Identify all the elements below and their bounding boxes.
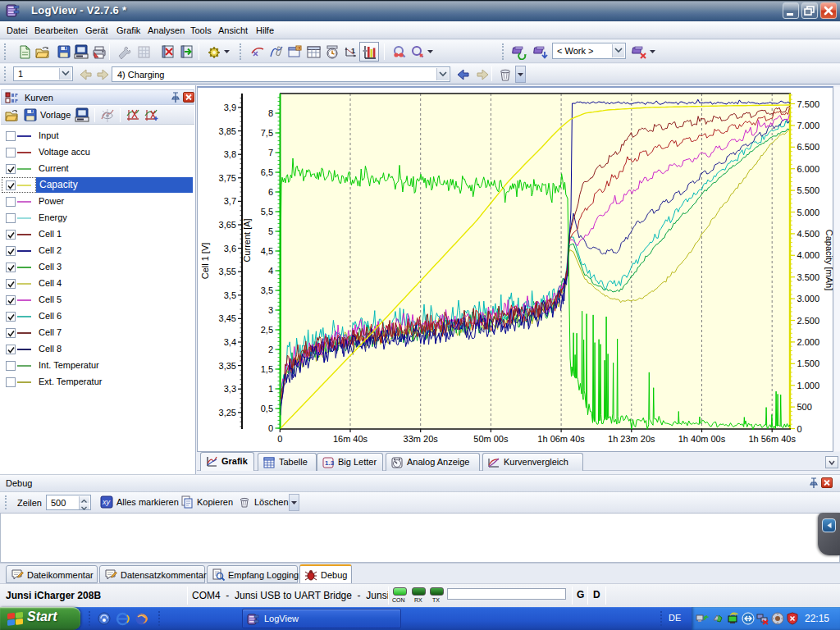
svg-text:1.500: 1.500 — [797, 358, 820, 368]
svg-text:0: 0 — [268, 423, 273, 433]
svg-text:xy: xy — [102, 498, 111, 506]
svg-text:500: 500 — [797, 402, 812, 412]
svg-text:16m 40s: 16m 40s — [333, 434, 368, 444]
svg-text:1h 56m 40s: 1h 56m 40s — [748, 434, 796, 444]
svg-text:2: 2 — [268, 345, 273, 354]
svg-text:1.000: 1.000 — [797, 381, 820, 390]
svg-text:7: 7 — [268, 148, 273, 158]
svg-text:4.000: 4.000 — [797, 250, 820, 260]
svg-text:5: 5 — [268, 226, 273, 236]
svg-text:5.500: 5.500 — [797, 185, 820, 195]
svg-text:3,75: 3,75 — [219, 173, 236, 183]
svg-text:3,3: 3,3 — [224, 384, 236, 394]
svg-text:Current [A]: Current [A] — [242, 218, 252, 262]
svg-text:3,9: 3,9 — [224, 103, 236, 112]
svg-text:1h 23m 20s: 1h 23m 20s — [608, 434, 655, 444]
svg-text:1: 1 — [268, 384, 273, 394]
svg-text:3,5: 3,5 — [224, 290, 236, 300]
svg-text:5,5: 5,5 — [261, 207, 273, 217]
svg-text:1,5: 1,5 — [261, 364, 273, 374]
svg-text:3,6: 3,6 — [224, 244, 236, 253]
svg-text:3: 3 — [268, 305, 273, 315]
svg-text:7,5: 7,5 — [261, 128, 273, 138]
svg-text:3,55: 3,55 — [219, 267, 236, 276]
svg-text:0,5: 0,5 — [261, 404, 273, 413]
svg-text:3,45: 3,45 — [219, 313, 236, 323]
svg-text:6,5: 6,5 — [261, 167, 273, 177]
svg-text:2,5: 2,5 — [261, 325, 273, 335]
svg-text:Capacity [mAh]: Capacity [mAh] — [824, 230, 834, 291]
svg-text:3,35: 3,35 — [219, 361, 236, 371]
svg-text:0: 0 — [277, 434, 282, 444]
svg-text:7.000: 7.000 — [797, 121, 820, 130]
svg-text:3,7: 3,7 — [224, 196, 236, 206]
svg-text:1h 06m 40s: 1h 06m 40s — [537, 434, 585, 444]
svg-text:6.500: 6.500 — [797, 142, 820, 152]
svg-text:5.000: 5.000 — [797, 208, 820, 217]
svg-text:3,25: 3,25 — [219, 408, 236, 418]
svg-text:7.500: 7.500 — [797, 99, 820, 109]
svg-text:3.500: 3.500 — [797, 272, 820, 282]
svg-text:4: 4 — [268, 266, 273, 276]
svg-text:3,65: 3,65 — [219, 220, 236, 230]
svg-text:2.500: 2.500 — [797, 316, 820, 326]
svg-text:3,8: 3,8 — [224, 149, 236, 159]
svg-text:Cell 1 [V]: Cell 1 [V] — [200, 243, 210, 280]
svg-text:4,5: 4,5 — [261, 246, 273, 256]
svg-text:3.000: 3.000 — [797, 294, 820, 304]
svg-text:3,85: 3,85 — [219, 126, 236, 136]
svg-text:1.3: 1.3 — [325, 459, 335, 467]
svg-text:1h 40m 00s: 1h 40m 00s — [678, 434, 726, 444]
svg-text:4.500: 4.500 — [797, 229, 820, 239]
svg-text:33m 20s: 33m 20s — [404, 434, 439, 444]
svg-text:8: 8 — [268, 108, 273, 118]
svg-text:3,4: 3,4 — [224, 337, 236, 347]
svg-text:0: 0 — [797, 424, 802, 434]
svg-text:6.000: 6.000 — [797, 164, 820, 174]
svg-text:50m 00s: 50m 00s — [473, 434, 509, 444]
svg-text:3,5: 3,5 — [261, 285, 273, 295]
svg-text:6: 6 — [268, 187, 273, 197]
svg-text:2.000: 2.000 — [797, 337, 820, 347]
